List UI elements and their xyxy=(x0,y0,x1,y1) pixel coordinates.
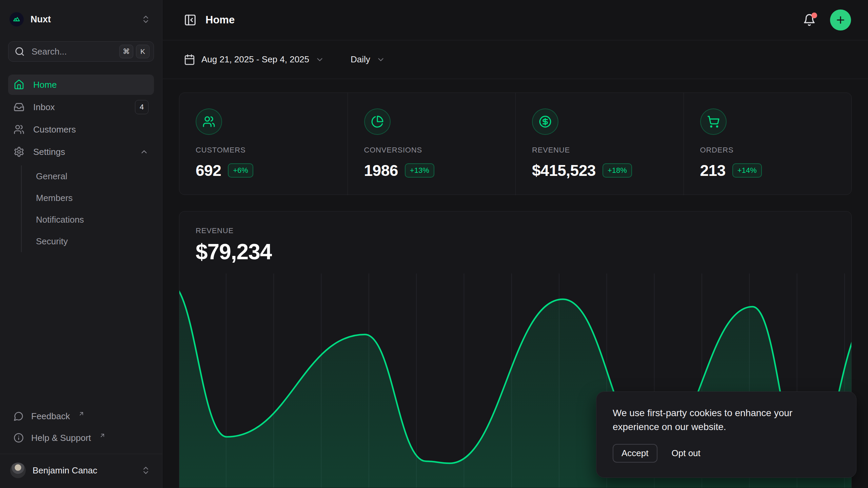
sidebar-item-notifications[interactable]: Notifications xyxy=(22,209,154,230)
stat-label: REVENUE xyxy=(532,146,667,155)
chevron-up-icon xyxy=(140,147,149,156)
page-title: Home xyxy=(205,14,235,26)
chevron-down-icon xyxy=(315,55,324,64)
stat-orders[interactable]: ORDERS 213 +14% xyxy=(684,93,852,195)
gear-icon xyxy=(14,146,24,157)
date-range-value: Aug 21, 2025 - Sep 4, 2025 xyxy=(201,54,309,65)
search-placeholder: Search... xyxy=(32,46,67,57)
sidebar-item-label: Customers xyxy=(33,124,76,135)
avatar xyxy=(10,463,26,478)
notifications-button[interactable] xyxy=(803,14,816,26)
stat-delta-badge: +6% xyxy=(228,163,253,178)
stat-delta-badge: +13% xyxy=(405,163,434,178)
feedback-label: Feedback xyxy=(31,411,70,422)
stat-delta-badge: +14% xyxy=(732,163,762,178)
workspace-switcher[interactable]: Nuxt xyxy=(8,9,154,29)
dollar-circle-icon xyxy=(532,108,558,135)
user-menu[interactable]: Benjamin Canac xyxy=(8,460,154,481)
sidebar: Nuxt Search... ⌘ K xyxy=(0,0,162,488)
cookie-message: We use first-party cookies to enhance yo… xyxy=(613,406,840,434)
inbox-count-badge: 4 xyxy=(135,100,149,114)
users-icon xyxy=(14,124,24,135)
sidebar-item-members[interactable]: Members xyxy=(22,187,154,209)
panel-left-close-icon xyxy=(184,14,197,26)
granularity-select[interactable]: Daily xyxy=(351,54,385,65)
chevrons-up-down-icon xyxy=(141,466,151,475)
shopping-cart-icon xyxy=(700,108,727,135)
revenue-chart-label: REVENUE xyxy=(196,226,835,235)
stat-label: CONVERSIONS xyxy=(364,146,499,155)
plus-icon xyxy=(835,15,846,25)
stat-value: 213 xyxy=(700,161,726,180)
optout-cookies-button[interactable]: Opt out xyxy=(672,448,701,459)
search-input[interactable]: Search... ⌘ K xyxy=(8,41,154,62)
sidebar-nav: Home Inbox 4 Customers xyxy=(8,75,154,252)
dashboard-app: Nuxt Search... ⌘ K xyxy=(0,0,868,488)
message-circle-icon xyxy=(14,411,24,421)
stat-delta-badge: +18% xyxy=(603,163,632,178)
stats-card: CUSTOMERS 692 +6% CONVERSIONS 1986 +13% xyxy=(179,93,852,195)
stat-value: $415,523 xyxy=(532,161,596,180)
help-support-label: Help & Support xyxy=(31,433,91,443)
pie-chart-icon xyxy=(364,108,391,135)
nuxt-logo-icon xyxy=(9,12,24,26)
chevrons-up-down-icon xyxy=(141,15,151,24)
user-name: Benjamin Canac xyxy=(33,465,97,476)
date-range-picker[interactable]: Aug 21, 2025 - Sep 4, 2025 xyxy=(184,54,324,65)
sidebar-item-inbox[interactable]: Inbox 4 xyxy=(8,97,154,117)
stat-label: ORDERS xyxy=(700,146,835,155)
filters-toolbar: Aug 21, 2025 - Sep 4, 2025 Daily xyxy=(163,40,868,79)
settings-subnav: General Members Notifications Security xyxy=(21,165,154,252)
sidebar-item-label: Home xyxy=(33,80,57,90)
notification-dot xyxy=(811,13,817,18)
stat-value: 1986 xyxy=(364,161,398,180)
help-support-link[interactable]: Help & Support xyxy=(8,428,154,448)
revenue-chart-value: $79,234 xyxy=(196,239,835,264)
workspace-name: Nuxt xyxy=(31,14,51,25)
granularity-value: Daily xyxy=(351,54,370,65)
cookie-banner: We use first-party cookies to enhance yo… xyxy=(596,391,856,478)
users-icon xyxy=(196,108,222,135)
sidebar-spacer xyxy=(0,252,162,406)
sidebar-item-general[interactable]: General xyxy=(22,165,154,187)
calendar-icon xyxy=(184,54,195,65)
stat-value: 692 xyxy=(196,161,221,180)
search-icon xyxy=(15,46,25,57)
add-button[interactable] xyxy=(830,9,851,30)
home-icon xyxy=(14,79,24,90)
stat-customers[interactable]: CUSTOMERS 692 +6% xyxy=(179,93,348,195)
inbox-icon xyxy=(14,102,24,113)
info-circle-icon xyxy=(14,433,24,443)
external-link-icon xyxy=(78,410,85,417)
kbd-k: K xyxy=(136,45,150,58)
page-header: Home xyxy=(163,0,868,40)
search-shortcut: ⌘ K xyxy=(119,45,150,58)
feedback-link[interactable]: Feedback xyxy=(8,406,154,426)
stat-label: CUSTOMERS xyxy=(196,146,331,155)
collapse-sidebar-button[interactable] xyxy=(184,14,197,26)
sidebar-item-label: Settings xyxy=(33,147,65,157)
sidebar-item-settings[interactable]: Settings xyxy=(8,142,154,162)
sidebar-item-label: Inbox xyxy=(33,102,55,113)
sidebar-item-customers[interactable]: Customers xyxy=(8,119,154,140)
stat-revenue[interactable]: REVENUE $415,523 +18% xyxy=(515,93,684,195)
external-link-icon xyxy=(99,432,106,439)
chevron-down-icon xyxy=(376,55,385,64)
stat-conversions[interactable]: CONVERSIONS 1986 +13% xyxy=(348,93,516,195)
sidebar-item-security[interactable]: Security xyxy=(22,230,154,252)
accept-cookies-button[interactable]: Accept xyxy=(613,444,657,463)
sidebar-item-home[interactable]: Home xyxy=(8,75,154,95)
kbd-cmd: ⌘ xyxy=(119,45,133,58)
